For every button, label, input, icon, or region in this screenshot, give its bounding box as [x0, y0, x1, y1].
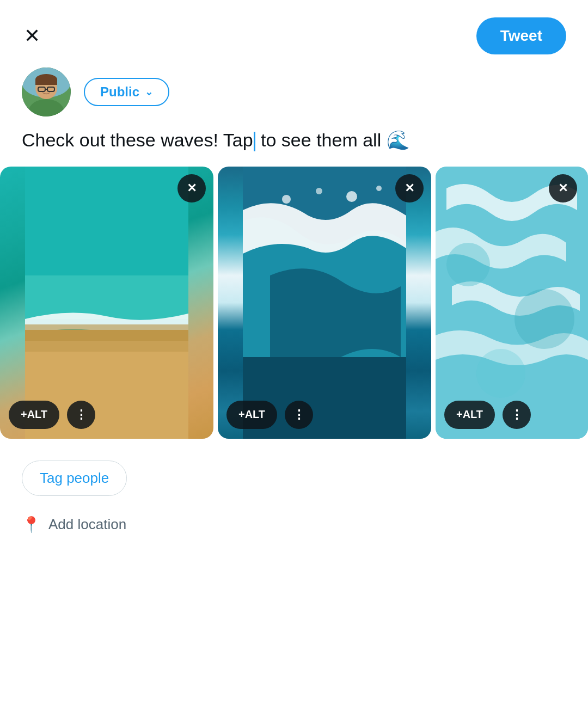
- media-2-actions: +ALT ⋮: [226, 401, 313, 429]
- tweet-text-after-cursor: to see them all 🌊: [256, 130, 409, 150]
- tag-people-button[interactable]: Tag people: [22, 461, 127, 496]
- compose-area: Public ⌄ Check out these waves! Tap to s…: [0, 67, 588, 158]
- remove-media-3-button[interactable]: ✕: [549, 174, 577, 202]
- more-options-3-button[interactable]: ⋮: [503, 401, 531, 429]
- avatar: [22, 67, 71, 116]
- media-1-actions: +ALT ⋮: [9, 401, 95, 429]
- add-location-label: Add location: [48, 516, 126, 533]
- svg-point-15: [282, 195, 291, 204]
- media-grid: ✕ +ALT ⋮: [0, 167, 588, 439]
- tweet-text-area[interactable]: Check out these waves! Tap to see them a…: [22, 127, 566, 158]
- wave-image-1: [0, 167, 213, 439]
- more-options-1-button[interactable]: ⋮: [67, 401, 95, 429]
- chevron-down-icon: ⌄: [145, 86, 153, 98]
- svg-rect-5: [35, 79, 57, 85]
- tweet-button[interactable]: Tweet: [476, 17, 566, 54]
- alt-text-1-button[interactable]: +ALT: [9, 401, 59, 429]
- avatar-row: Public ⌄: [22, 67, 566, 116]
- svg-rect-13: [25, 324, 188, 341]
- wave-image-2: [218, 167, 431, 439]
- close-button[interactable]: ✕: [22, 24, 42, 48]
- tweet-text-before-cursor: Check out these waves! Tap: [22, 130, 253, 150]
- more-icon: ⋮: [511, 408, 523, 422]
- location-icon: 📍: [22, 516, 41, 533]
- media-item-3: ✕ +ALT ⋮: [436, 167, 588, 439]
- add-location-row[interactable]: 📍 Add location: [22, 516, 566, 533]
- remove-media-1-button[interactable]: ✕: [177, 174, 206, 202]
- remove-media-2-button[interactable]: ✕: [395, 174, 424, 202]
- svg-point-23: [476, 349, 525, 398]
- svg-point-16: [316, 188, 322, 194]
- media-item-1: ✕ +ALT ⋮: [0, 167, 213, 439]
- header: ✕ Tweet: [0, 0, 588, 67]
- media-3-actions: +ALT ⋮: [444, 401, 531, 429]
- more-options-2-button[interactable]: ⋮: [285, 401, 313, 429]
- wave-image-3: [436, 167, 588, 439]
- close-icon: ✕: [558, 181, 568, 195]
- text-cursor: [254, 132, 255, 151]
- svg-point-21: [446, 243, 490, 286]
- close-icon: ✕: [187, 181, 197, 195]
- actions-area: Tag people 📍 Add location: [0, 439, 588, 533]
- close-icon: ✕: [405, 181, 414, 195]
- audience-label: Public: [100, 84, 139, 100]
- svg-rect-10: [25, 275, 188, 319]
- svg-point-22: [514, 289, 574, 349]
- svg-point-17: [346, 191, 357, 202]
- alt-text-3-button[interactable]: +ALT: [444, 401, 495, 429]
- media-item-2: ✕ +ALT ⋮: [218, 167, 431, 439]
- more-icon: ⋮: [293, 408, 305, 422]
- alt-text-2-button[interactable]: +ALT: [226, 401, 277, 429]
- svg-point-18: [376, 186, 382, 191]
- more-icon: ⋮: [75, 408, 88, 422]
- audience-selector[interactable]: Public ⌄: [84, 78, 169, 106]
